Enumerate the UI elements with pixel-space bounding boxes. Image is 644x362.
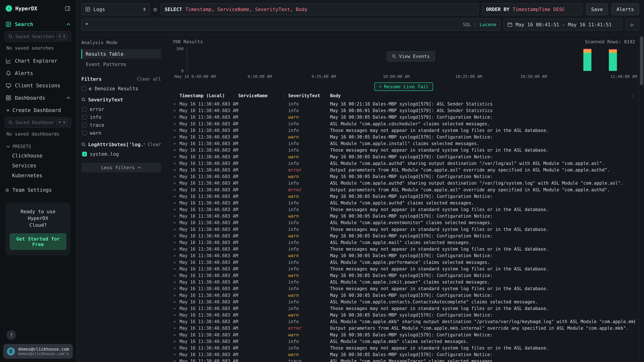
- row-expand-chevron[interactable]: >: [172, 247, 180, 251]
- log-row[interactable]: >May 16 11:38:40.683 AMinfoThose message…: [172, 246, 635, 252]
- log-row[interactable]: >May 16 11:38:40.683 AMwarnMay 16 00:30:…: [172, 173, 635, 180]
- source-select[interactable]: Logs: [81, 3, 150, 15]
- row-expand-chevron[interactable]: >: [172, 181, 180, 185]
- checkbox[interactable]: [82, 131, 87, 135]
- log-row[interactable]: >May 16 11:38:40.683 AMinfoThose message…: [172, 226, 635, 233]
- source-settings-gear-icon[interactable]: ⚙: [153, 6, 158, 13]
- column-drag-handle-icon[interactable]: ⋮: [281, 93, 286, 98]
- log-row[interactable]: >May 16 11:38:40.683 AMinfoThose message…: [172, 266, 635, 272]
- row-expand-chevron[interactable]: >: [172, 135, 180, 139]
- log-row[interactable]: >May 16 11:38:40.683 AMerrorOutput param…: [172, 186, 635, 193]
- row-expand-chevron[interactable]: >: [172, 234, 180, 238]
- log-row[interactable]: >May 16 11:38:40.683 AMinfoMay 16 00:21:…: [172, 101, 635, 107]
- log-row[interactable]: >May 16 11:38:40.683 AMinfoASL Module "c…: [172, 299, 635, 305]
- column-header-severitytext[interactable]: SeverityText⋮: [288, 93, 330, 98]
- log-row[interactable]: >May 16 11:38:40.683 AMwarnMay 16 00:30:…: [172, 332, 635, 338]
- scrollbar-thumb[interactable]: [640, 36, 643, 85]
- row-expand-chevron[interactable]: >: [172, 319, 180, 324]
- row-expand-chevron[interactable]: >: [172, 187, 180, 192]
- log-row[interactable]: >May 16 11:38:40.683 AMinfoASL Module "c…: [172, 140, 635, 147]
- facet-option-warn[interactable]: warn: [81, 129, 161, 137]
- column-header-body[interactable]: Body: [330, 93, 628, 98]
- log-row[interactable]: >May 16 11:38:40.683 AMwarnMay 16 00:30:…: [172, 213, 635, 219]
- log-row[interactable]: >May 16 11:38:40.683 AMinfoASL Module "c…: [172, 259, 635, 266]
- row-expand-chevron[interactable]: >: [172, 115, 180, 119]
- saved-dashboards-input[interactable]: Saved Dashboards ⌘ K: [5, 117, 71, 128]
- log-row[interactable]: >May 16 11:38:40.683 AMinfoMay 16 00:06:…: [172, 107, 635, 114]
- row-expand-chevron[interactable]: >: [172, 346, 180, 350]
- create-dashboard-button[interactable]: + Create Dashboard: [0, 104, 76, 116]
- log-row[interactable]: >May 16 11:38:40.683 AMwarnMay 16 00:30:…: [172, 252, 635, 259]
- row-expand-chevron[interactable]: >: [172, 154, 180, 159]
- table-options-kebab-icon[interactable]: ⋮: [628, 93, 635, 98]
- log-row[interactable]: >May 16 11:38:40.683 AMinfoASL Module "c…: [172, 120, 635, 127]
- row-expand-chevron[interactable]: >: [172, 207, 180, 212]
- sidebar-item-client-sessions[interactable]: Client Sessions: [0, 79, 76, 92]
- row-expand-chevron[interactable]: >: [172, 260, 180, 265]
- row-expand-chevron[interactable]: >: [172, 168, 180, 172]
- log-row[interactable]: >May 16 11:38:40.683 AMwarnMay 16 00:30:…: [172, 134, 635, 140]
- denoise-results-option[interactable]: ◐ Denoise Results: [81, 86, 161, 91]
- sidebar-item-alerts[interactable]: Alerts: [0, 67, 76, 79]
- preset-item-clickhouse[interactable]: Clickhouse: [0, 151, 76, 161]
- log-row[interactable]: >May 16 11:38:40.683 AMinfoASL Module "c…: [172, 279, 635, 285]
- row-expand-chevron[interactable]: >: [172, 128, 180, 133]
- histogram-bar[interactable]: [583, 49, 592, 71]
- log-row[interactable]: >May 16 11:38:40.683 AMwarnMay 16 00:30:…: [172, 272, 635, 279]
- facet-clear-link[interactable]: Clear: [148, 142, 161, 147]
- row-expand-chevron[interactable]: >: [172, 214, 180, 218]
- histogram-bar[interactable]: [609, 49, 617, 71]
- mode-event-patterns[interactable]: Event Patterns: [81, 59, 161, 69]
- sidebar-item-dashboards[interactable]: Dashboards: [0, 92, 76, 104]
- facet-option-system.log[interactable]: ✓system.log: [81, 150, 161, 158]
- log-row[interactable]: >May 16 11:38:40.683 AMinfoThose message…: [172, 147, 635, 153]
- select-query-box[interactable]: SELECT Timestamp, ServiceName, SeverityT…: [160, 3, 479, 15]
- row-expand-chevron[interactable]: >: [172, 227, 180, 232]
- log-row[interactable]: >May 16 11:38:40.683 AMinfoThose message…: [172, 285, 635, 292]
- row-expand-chevron[interactable]: >: [172, 333, 180, 337]
- column-drag-handle-icon[interactable]: ⋮: [323, 93, 328, 98]
- column-drag-handle-icon[interactable]: ⋮: [232, 93, 236, 98]
- row-expand-chevron[interactable]: >: [172, 240, 180, 245]
- get-started-button[interactable]: Get Started for Free: [10, 233, 66, 250]
- row-expand-chevron[interactable]: >: [172, 102, 180, 106]
- sidebar-item-team-settings[interactable]: ⚙ Team Settings: [0, 184, 76, 196]
- row-expand-chevron[interactable]: >: [172, 121, 180, 126]
- checkbox[interactable]: [82, 123, 87, 127]
- row-expand-chevron[interactable]: >: [172, 286, 180, 291]
- resume-live-tail-button[interactable]: ⚡ Resume Live Tail: [374, 82, 433, 91]
- language-toggle-sql[interactable]: SQL: [463, 22, 471, 27]
- presets-toggle[interactable]: PRESETS: [0, 141, 76, 151]
- column-header-servicename[interactable]: ServiceName⋮: [238, 93, 288, 98]
- row-expand-chevron[interactable]: >: [172, 306, 180, 311]
- checkbox[interactable]: [82, 115, 87, 120]
- log-row[interactable]: >May 16 11:38:40.683 AMinfoASL Module "c…: [172, 180, 635, 186]
- row-expand-chevron[interactable]: >: [172, 326, 180, 331]
- row-expand-chevron[interactable]: >: [172, 148, 180, 152]
- date-range-picker[interactable]: May 16 08:41:51 - May 16 11:41:51: [504, 18, 622, 30]
- row-expand-chevron[interactable]: >: [172, 220, 180, 225]
- log-row[interactable]: >May 16 11:38:40.683 AMinfoASL Module "c…: [172, 318, 635, 325]
- log-row[interactable]: >May 16 11:38:40.683 AMwarnMay 16 00:30:…: [172, 153, 635, 160]
- sidebar-item-chart-explorer[interactable]: Chart Explorer: [0, 55, 76, 67]
- scrollbar[interactable]: [639, 34, 644, 362]
- facet-option-info[interactable]: info: [81, 113, 161, 121]
- log-row[interactable]: >May 16 11:38:40.683 AMerrorOutput param…: [172, 167, 635, 173]
- log-row[interactable]: >May 16 11:38:40.683 AMwarnMay 16 00:30:…: [172, 292, 635, 299]
- row-expand-chevron[interactable]: >: [172, 253, 180, 258]
- facet-option-trace[interactable]: trace: [81, 121, 161, 129]
- help-button[interactable]: ?: [6, 330, 16, 340]
- column-header-timestamp[interactable]: Timestamp (Local)⋮: [180, 93, 238, 98]
- log-row[interactable]: >May 16 11:38:40.683 AMinfoASL Module "c…: [172, 200, 635, 206]
- log-row[interactable]: >May 16 11:38:40.683 AMinfoThose message…: [172, 206, 635, 213]
- row-expand-chevron[interactable]: >: [172, 339, 180, 344]
- row-expand-chevron[interactable]: >: [172, 201, 180, 205]
- preset-item-services[interactable]: Services: [0, 161, 76, 171]
- row-expand-chevron[interactable]: >: [172, 273, 180, 278]
- checkbox[interactable]: ✓: [82, 152, 87, 156]
- mode-results-table[interactable]: Results Table: [81, 49, 161, 59]
- row-expand-chevron[interactable]: >: [172, 359, 180, 362]
- sidebar-item-search[interactable]: Search: [0, 18, 76, 30]
- language-toggle-lucene[interactable]: Lucene: [480, 22, 496, 27]
- row-expand-chevron[interactable]: >: [172, 313, 180, 317]
